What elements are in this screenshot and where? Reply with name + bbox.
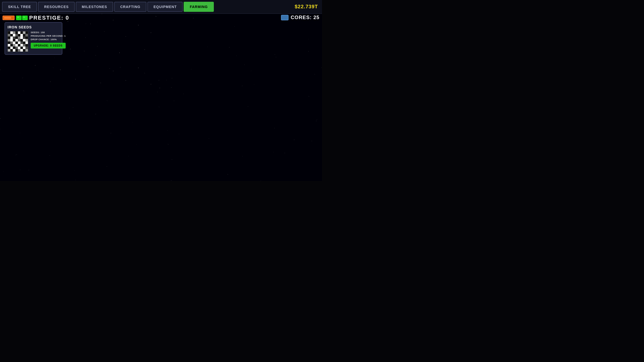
svg-rect-24 (20, 41, 23, 44)
cores-display: CORES: 25 (281, 15, 319, 20)
svg-rect-34 (23, 47, 25, 49)
svg-rect-23 (18, 41, 20, 44)
svg-rect-16 (10, 39, 13, 41)
navbar: SKILL TREE RESOURCES MILESTONES CRAFTING… (0, 0, 322, 14)
item-sprite (8, 31, 28, 52)
svg-rect-25 (25, 41, 28, 44)
svg-rect-22 (13, 41, 15, 44)
nav-milestones[interactable]: MILESTONES (76, 2, 113, 12)
stat-drop-chance: DROP CHANCE: 100% (31, 38, 66, 41)
svg-rect-18 (18, 39, 20, 41)
svg-rect-5 (8, 34, 10, 36)
core-icon (281, 15, 289, 20)
svg-rect-39 (20, 49, 23, 52)
svg-rect-27 (13, 44, 15, 47)
svg-rect-4 (23, 31, 25, 34)
upgrade-button[interactable]: UPGRADE: 0 SEEDS (31, 43, 66, 49)
cores-label: CORES: 25 (291, 15, 319, 20)
svg-rect-7 (15, 34, 18, 36)
energy-seg-1 (16, 16, 22, 20)
svg-rect-8 (20, 34, 23, 36)
stat-producing: PRODUCING PER SECOND: 1 (31, 35, 66, 37)
svg-rect-36 (8, 49, 10, 52)
energy-bar (16, 16, 28, 20)
svg-rect-21 (10, 41, 13, 44)
svg-rect-6 (13, 34, 15, 36)
svg-rect-9 (25, 34, 28, 36)
nav-equipment[interactable]: EQUIPMENT (147, 2, 183, 12)
energy-seg-2 (22, 16, 28, 20)
money-display: $22.739T (295, 4, 318, 10)
prestige-bar: PRESTIGE: 0 (3, 15, 69, 21)
svg-rect-38 (18, 49, 20, 52)
item-card-body: SEEDS: 158 PRODUCING PER SECOND: 1 DROP … (8, 31, 59, 52)
health-bar (3, 16, 15, 20)
svg-rect-19 (23, 39, 25, 41)
nav-farming[interactable]: FARMING (184, 2, 214, 12)
svg-rect-13 (20, 36, 23, 39)
svg-rect-30 (23, 44, 25, 47)
svg-rect-40 (25, 49, 28, 52)
svg-rect-26 (8, 44, 10, 47)
nav-crafting[interactable]: CRAFTING (114, 2, 146, 12)
svg-rect-20 (25, 39, 28, 41)
svg-rect-29 (20, 44, 23, 47)
svg-rect-1 (10, 31, 13, 34)
item-card-title: IRON SEEDS (8, 25, 59, 29)
svg-rect-15 (8, 39, 10, 41)
svg-rect-17 (15, 39, 18, 41)
prestige-label: PRESTIGE: 0 (29, 15, 69, 21)
svg-rect-35 (25, 47, 28, 49)
svg-rect-28 (15, 44, 18, 47)
nav-skill-tree[interactable]: SKILL TREE (2, 2, 37, 12)
item-icon (8, 31, 28, 52)
svg-rect-37 (13, 49, 15, 52)
svg-rect-2 (13, 31, 15, 34)
svg-rect-32 (15, 47, 18, 49)
item-stats: SEEDS: 158 PRODUCING PER SECOND: 1 DROP … (31, 31, 66, 49)
svg-rect-12 (18, 36, 20, 39)
svg-rect-3 (18, 31, 20, 34)
svg-rect-11 (13, 36, 15, 39)
svg-rect-33 (18, 47, 20, 49)
stat-seeds: SEEDS: 158 (31, 31, 66, 34)
item-card: IRON SEEDS (5, 22, 62, 55)
nav-resources[interactable]: RESOURCES (38, 2, 75, 12)
svg-rect-10 (10, 36, 13, 39)
svg-rect-14 (23, 36, 25, 39)
svg-rect-31 (10, 47, 13, 49)
